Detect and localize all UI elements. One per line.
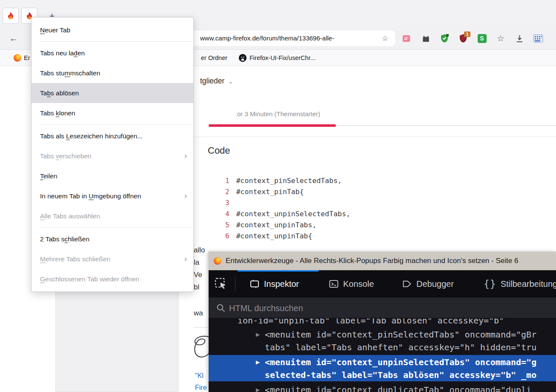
back-button[interactable]: ← [7,31,20,45]
menu-item-bookmark-tabs[interactable]: Tabs als Lesezeichen hinzufügen... [32,126,193,146]
members-dropdown[interactable]: tglieder ⌄ [200,77,233,86]
bookmark-label: Firefox-UI-Fix/userChr... [249,54,315,61]
pick-element-button[interactable] [215,278,227,292]
menu-item-label: Tabs klonen [40,109,75,117]
url-fade [357,31,384,45]
line-number: 2 [205,186,229,197]
twisty-icon[interactable]: ▶ [256,328,263,341]
menu-item-duplicate-tabs[interactable]: Tabs klonen [32,103,193,123]
menu-separator [40,124,192,125]
extension-icon-shield-check[interactable] [439,33,450,43]
download-icon [515,34,524,43]
menu-item-move-tabs[interactable]: Tabs verschieben › [32,146,193,166]
screen: + ← www.camp-firefox.de/forum/thema/1336… [0,0,556,392]
menu-item-open-in-container[interactable]: In neuem Tab in Umgebung öffnen › [32,186,193,206]
menu-item-unpin-tabs[interactable]: Tabs ablösen [32,83,193,103]
extension-icon-ublock-shield[interactable]: 1 [458,33,468,43]
extension-icon-star[interactable]: ☆ [496,33,506,43]
twisty-icon[interactable]: ▶ [256,356,263,369]
bookmark-github[interactable]: Firefox-UI-Fix/userChr... [238,53,315,63]
menu-item-select-all-tabs[interactable]: Alle Tabs auswählen [32,206,193,226]
ghost-icon [421,34,431,43]
code-text: #context_pinSelectedTabs, [236,175,342,186]
bookmark-folder[interactable]: er Ordner [201,53,227,63]
console-icon [329,279,339,289]
code-line: 1#context_pinSelectedTabs, [194,164,350,175]
extension-icon-stylus[interactable]: S [477,33,487,43]
keyboard-grid-icon [533,34,543,43]
menu-item-new-tab[interactable]: Neuer Tab [32,20,193,40]
menu-item-label: Mehrere Tabs schließen [40,255,110,263]
stylus-icon: S [478,34,487,43]
menu-item-close-multiple-tabs[interactable]: Mehrere Tabs schließen › [32,249,193,269]
markup-line-wrap[interactable]: tabs" label="Tabs anheften" accesskey="h… [265,341,536,354]
markup-line-selected-wrap[interactable]: selected-tabs" label="Tabs ablösen" acce… [265,369,536,381]
post-text-fragment: bl [194,283,199,292]
code-text: #context_pinTab{ [236,186,304,197]
devtools-titlebar: Entwicklerwerkzeuge - Alle Rechts-Klick-… [209,252,556,270]
firefox-icon [14,54,21,62]
pinned-tab-1[interactable] [3,8,19,24]
markup-line[interactable]: <menuitem id="context_duplicateTab" onco… [265,383,531,392]
line-number: 4 [205,209,229,220]
post-text-fragment: allo [194,246,205,255]
flame-icon [6,11,15,20]
twisty-icon[interactable]: ▶ [256,383,263,392]
tab-style-editor[interactable]: {} Stilbearbeitung [484,270,556,298]
markup-line-selected[interactable]: <menuitem id="context_unpinSelectedTabs"… [265,356,536,369]
tab-console[interactable]: Konsole [329,270,374,298]
html-search-input[interactable] [228,301,545,315]
ublock-badge: 1 [464,31,470,37]
line-number: 1 [205,175,229,186]
braces-icon: {} [484,278,496,289]
menu-item-undo-close-tab[interactable]: Geschlossenen Tab wieder öffnen [32,269,193,289]
menu-item-close-tabs[interactable]: 2 Tabs schließen [32,229,193,249]
star-addon-icon: ☆ [497,33,504,43]
signature-flourish [191,335,211,363]
divider [194,137,556,137]
back-icon: ← [9,33,18,43]
url-text: www.camp-firefox.de/forum/thema/133696-a… [200,34,334,42]
tab-inspector[interactable]: Inspektor [249,270,299,298]
markup-line-clipped[interactable]: ion-id="unpin-tab" label="Tab ablösen" a… [238,318,504,327]
thread-accent-bar [209,124,336,127]
url-bar[interactable]: www.camp-firefox.de/forum/thema/133696-a… [179,31,395,46]
devtools-window: Entwicklerwerkzeuge - Alle Rechts-Klick-… [209,252,556,392]
menu-item-reload-tabs[interactable]: Tabs neu laden [32,43,193,63]
green-shield-check-icon [439,33,450,43]
bookmark-label: Er [24,54,30,61]
post-text-fragment: wa [194,309,203,318]
bookmark-star-icon[interactable]: ☆ [382,34,388,43]
extension-icon-grid[interactable] [533,33,543,43]
post-link-fragment[interactable]: "Kl [195,372,203,380]
signature-divider [194,327,209,328]
bookmark-item-first[interactable]: Er [14,53,30,63]
line-number: 6 [205,231,229,242]
menu-item-label: Neuer Tab [40,26,70,34]
menu-item-mute-tabs[interactable]: Tabs stummschalten [32,63,193,83]
tab-debugger[interactable]: Debugger [402,270,454,298]
pick-element-icon [215,278,227,290]
menu-item-label: Alle Tabs auswählen [40,212,100,220]
menu-item-label: Teilen [40,172,57,180]
toolbar-separator [235,277,235,291]
devtools-title: Entwicklerwerkzeuge - Alle Rechts-Klick-… [226,257,518,265]
tab-label: Inspektor [264,279,299,289]
extension-icon-pink-card[interactable] [401,33,411,43]
markup-line[interactable]: <menuitem id="context_pinSelectedTabs" o… [265,328,536,341]
firefox-icon [214,257,221,265]
line-number: 5 [205,220,229,231]
code-text: #context_unpinTabs, [236,220,317,231]
post-meta: or 3 Minuten (Themenstarter) [237,110,320,117]
code-block: 1#context_pinSelectedTabs, 2#context_pin… [194,164,350,231]
extension-icon-ghost[interactable] [421,33,431,43]
post-text-fragment: la [194,258,199,267]
menu-item-label: In neuem Tab in Umgebung öffnen [40,192,141,200]
menu-item-label: Tabs verschieben [40,152,92,160]
submenu-arrow-icon: › [184,146,187,166]
markup-view: ion-id="unpin-tab" label="Tab ablösen" a… [209,318,556,392]
post-link-fragment[interactable]: Fire [195,384,207,392]
menu-item-share[interactable]: Teilen [32,166,193,186]
menu-item-label: 2 Tabs schließen [40,235,89,243]
downloads-button[interactable] [514,33,524,43]
